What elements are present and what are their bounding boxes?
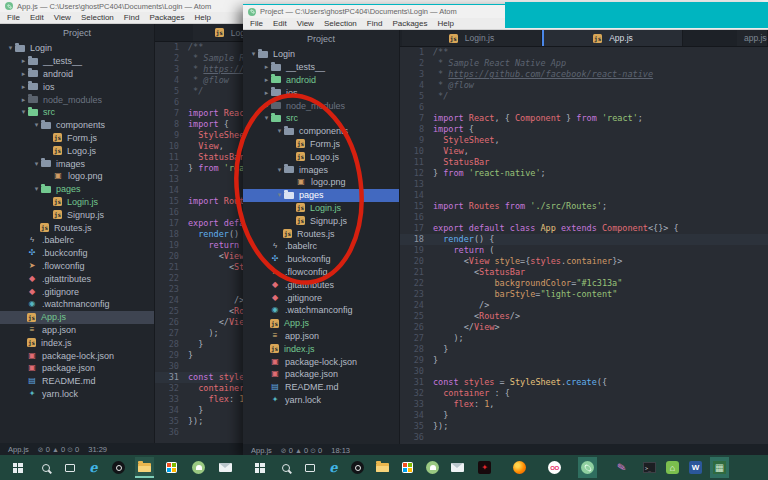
tab-app-json[interactable]: ≡app.json [737,30,768,46]
tree-item-pages[interactable]: ▾pages [243,189,399,202]
menu-item-help[interactable]: Help [438,19,454,28]
menu-item-selection[interactable]: Selection [81,13,114,22]
tree-item-login-js[interactable]: jsLogin.js [243,202,399,215]
tree-item-src[interactable]: ▾src [0,106,154,119]
tree-item-package-lock-json[interactable]: ▣package-lock.json [0,349,154,362]
taskbar-icon-design[interactable]: ✎ [612,457,631,478]
tree-item--watchmanconfig[interactable]: ◉.watchmanconfig [243,304,399,317]
tree-item-signup-js[interactable]: jsSignup.js [243,214,399,227]
tree-item-readme-md[interactable]: ▤README.md [0,375,154,388]
tree-item-app-json[interactable]: ≡app.json [243,330,399,343]
tree-item-app-js[interactable]: jsApp.js [0,311,154,324]
menu-item-packages[interactable]: Packages [392,19,427,28]
menu-item-view[interactable]: View [54,13,71,22]
tree-item-pages[interactable]: ▾pages [0,183,154,196]
tree-item-node-modules[interactable]: ▸node_modules [0,93,154,106]
taskbar-icon-search[interactable] [36,457,55,478]
code-editor[interactable]: 1/**2 * Sample React Native App3 * https… [400,47,768,444]
taskbar-icon-target[interactable] [348,457,367,478]
taskbar-icon-target[interactable] [109,457,128,478]
tree-item-components[interactable]: ▾components [243,125,399,138]
chevron-down-icon[interactable]: ▾ [32,121,41,129]
tree-item-package-lock-json[interactable]: ▣package-lock.json [243,355,399,368]
taskbar-icon-start[interactable] [250,457,269,478]
tree-item-ios[interactable]: ▸ios [0,80,154,93]
menu-item-file[interactable]: File [7,13,20,22]
tree-item--babelrc[interactable]: ϟ.babelrc [0,234,154,247]
menu-item-help[interactable]: Help [195,13,211,22]
menu-item-file[interactable]: File [250,19,263,28]
tree-item-images[interactable]: ▾images [0,157,154,170]
menu-item-edit[interactable]: Edit [30,13,44,22]
tree-item-login-js[interactable]: jsLogin.js [0,196,154,209]
tree-item-node-modules[interactable]: ▸node_modules [243,99,399,112]
tree-item--buckconfig[interactable]: ✣.buckconfig [0,247,154,260]
taskbar-icon-explorer[interactable] [373,457,392,478]
menu-item-find[interactable]: Find [367,19,383,28]
tree-item-routes-js[interactable]: jsRoutes.js [0,221,154,234]
chevron-down-icon[interactable]: ▾ [6,44,15,52]
menu-item-edit[interactable]: Edit [273,19,287,28]
tab-app-js[interactable]: jsApp.js [542,30,683,46]
tree-item-package-json[interactable]: ▣package.json [0,362,154,375]
taskbar-icon-store[interactable] [398,457,417,478]
taskbar-icon-word[interactable]: W [686,457,705,478]
chevron-right-icon[interactable]: ▸ [19,96,28,104]
tree-item-form-js[interactable]: jsForm.js [0,132,154,145]
tree-item--buckconfig[interactable]: ✣.buckconfig [243,253,399,266]
tree-item-app-js[interactable]: jsApp.js [243,317,399,330]
tab-login-js[interactable]: jsLogin.js [402,30,542,46]
chevron-right-icon[interactable]: ▸ [262,63,271,71]
tree-item--flowconfig[interactable]: ➤.flowconfig [243,266,399,279]
taskbar-icon-taskview[interactable] [60,457,79,478]
chevron-right-icon[interactable]: ▸ [19,57,28,65]
taskbar-icon-edge[interactable]: e [84,457,103,478]
taskbar-icon-mail[interactable] [216,457,235,478]
taskbar-icon-edge[interactable]: e [324,457,343,478]
taskbar-icon-explorer[interactable] [135,457,154,478]
tree-item--gitignore[interactable]: ◆.gitignore [0,285,154,298]
menu-item-selection[interactable]: Selection [324,19,357,28]
tree-item-yarn-lock[interactable]: ✦yarn.lock [243,394,399,407]
tree-item-ios[interactable]: ▸ios [243,86,399,99]
tree-item-index-js[interactable]: jsindex.js [243,342,399,355]
chevron-down-icon[interactable]: ▾ [32,160,41,168]
tree-item--watchmanconfig[interactable]: ◉.watchmanconfig [0,298,154,311]
chevron-down-icon[interactable]: ▾ [275,191,284,199]
tree-item-package-json[interactable]: ▣package.json [243,368,399,381]
tree-item-logo-png[interactable]: ▣logo.png [0,170,154,183]
chevron-down-icon[interactable]: ▾ [275,166,284,174]
taskbar-icon-android[interactable] [423,457,442,478]
chevron-down-icon[interactable]: ▾ [32,185,41,193]
chevron-right-icon[interactable]: ▸ [19,70,28,78]
tree-item-index-js[interactable]: jsindex.js [0,336,154,349]
chevron-right-icon[interactable]: ▸ [262,102,271,110]
taskbar-icon-start[interactable] [8,457,27,478]
chevron-right-icon[interactable]: ▸ [262,76,271,84]
tree-item-signup-js[interactable]: jsSignup.js [0,208,154,221]
taskbar-icon-terminal[interactable]: >_ [640,457,659,478]
tree-item--gitattributes[interactable]: ◆.gitattributes [0,272,154,285]
menu-item-packages[interactable]: Packages [149,13,184,22]
tree-item-components[interactable]: ▾components [0,119,154,132]
taskbar-icon-oneplus[interactable]: OO [545,457,564,478]
tree-item--tests-[interactable]: ▸__tests__ [243,61,399,74]
tree-item-yarn-lock[interactable]: ✦yarn.lock [0,388,154,401]
tree-item-app-json[interactable]: ≡app.json [0,324,154,337]
tree-item-login[interactable]: ▾Login [0,42,154,55]
taskbar-icon-firefox[interactable] [510,457,529,478]
chevron-down-icon[interactable]: ▾ [275,127,284,135]
menu-item-view[interactable]: View [297,19,314,28]
tree-item-android[interactable]: ▸android [243,74,399,87]
tree-item--tests-[interactable]: ▸__tests__ [0,55,154,68]
chevron-down-icon[interactable]: ▾ [19,108,28,116]
tree-item-routes-js[interactable]: jsRoutes.js [243,227,399,240]
tree-item-login[interactable]: ▾Login [243,48,399,61]
chevron-down-icon[interactable]: ▾ [262,114,271,122]
taskbar-icon-store[interactable] [162,457,181,478]
taskbar-icon-search[interactable] [276,457,295,478]
taskbar-icon-atom[interactable] [578,457,597,478]
tree-item-src[interactable]: ▾src [243,112,399,125]
tree-item--flowconfig[interactable]: ➤.flowconfig [0,260,154,273]
tree-item-form-js[interactable]: jsForm.js [243,138,399,151]
